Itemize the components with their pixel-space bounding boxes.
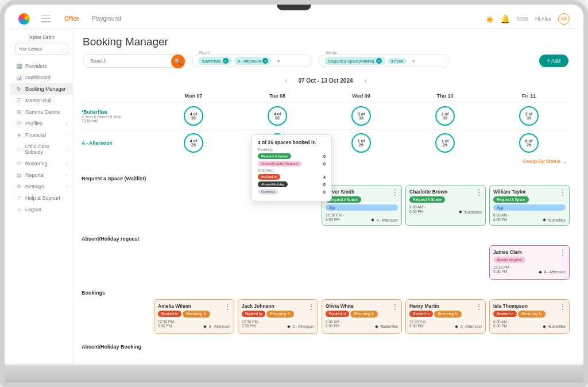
providers-icon: 🏢: [16, 63, 22, 69]
card-menu-icon[interactable]: ⋮: [475, 188, 482, 196]
room-chip-1[interactable]: *Butterflies×: [198, 57, 232, 65]
remove-chip-icon[interactable]: ×: [262, 58, 268, 64]
sidebar-item-booking-manager[interactable]: ↻Booking Manager: [10, 83, 73, 95]
sidebar-item-label: Dashboard: [25, 75, 51, 80]
sidebar-item-providers[interactable]: 🏢Providers: [10, 60, 73, 72]
next-week-button[interactable]: ›: [361, 76, 370, 85]
status-pill: Booked In: [493, 311, 517, 317]
booking-card[interactable]: James Clark ⋮ Absent request 12:30 PM -9…: [489, 245, 570, 280]
capacity-indicator[interactable]: 2 of33: [519, 106, 539, 126]
booking-room: A - Afternoon: [204, 324, 230, 328]
capacity-indicator[interactable]: 3 of33: [351, 106, 371, 126]
capacity-indicator[interactable]: 1 of25: [435, 133, 455, 153]
day-head-fri: Fri 11: [488, 93, 570, 99]
sidebar-item-financial[interactable]: ◈Financial›: [10, 129, 73, 141]
card-menu-icon[interactable]: ⋮: [308, 303, 315, 311]
avatar[interactable]: AB: [558, 13, 570, 25]
sidebar-item-comms-centre[interactable]: ⊞Comms Centre: [10, 106, 73, 118]
chevron-right-icon: ›: [65, 161, 67, 167]
booking-card[interactable]: Jack Johnson ⋮ Booked InRecurring ↻ 12:3…: [238, 299, 318, 334]
sidebar-brand: Xplor Orbit: [10, 34, 73, 40]
card-menu-icon[interactable]: ⋮: [559, 249, 566, 257]
capacity-indicator[interactable]: 4 of33: [268, 106, 287, 126]
room-name[interactable]: *Butterflies: [82, 109, 150, 115]
search-input[interactable]: [83, 54, 186, 68]
sidebar-item-master-roll[interactable]: ☰Master Roll: [10, 95, 73, 106]
topnav-office[interactable]: Office: [64, 16, 79, 22]
card-menu-icon[interactable]: ⋮: [475, 303, 482, 311]
popover-row: Absent/Holiday Request0: [258, 161, 326, 167]
status-badge: Booked In: [258, 174, 280, 180]
status-pill: Recurring ↻: [518, 311, 546, 318]
financial-icon: ◈: [16, 132, 22, 138]
main-content: Booking Manager 🔍 Room *Butterflies× A -…: [74, 29, 578, 366]
capacity-indicator[interactable]: 2 of33: [435, 106, 455, 126]
capacity-indicator[interactable]: 4 of25: [184, 133, 203, 153]
prev-week-button[interactable]: ‹: [281, 76, 291, 85]
status-filter[interactable]: Status Request a Space(Waitlist)× 4 more…: [318, 55, 450, 67]
status-badge: Absent/Holiday: [258, 181, 288, 187]
card-menu-icon[interactable]: ⋮: [392, 303, 399, 311]
bell-icon[interactable]: 🔔: [500, 14, 510, 24]
booking-time: 12:30 PM -9:30 PM: [409, 320, 428, 329]
sidebar-item-help-support[interactable]: ?Help & Support: [10, 192, 73, 204]
section-heading: Absent/Holiday request: [82, 226, 570, 245]
status-pill: Request A Space: [493, 196, 529, 203]
app-screen: Office Playground ◉ 🔔 6036 Hi Alex AB Xp…: [10, 9, 578, 366]
booking-time: 12:30 PM -9:30 PM: [242, 320, 260, 329]
cards-row: Amelia Wilson ⋮ Booked InRecurring ↻ 12:…: [82, 299, 570, 334]
child-name: Oliver Smith: [326, 189, 398, 195]
room-filter[interactable]: Room *Butterflies× A - Afternoon× ▾: [192, 55, 312, 67]
center-selector[interactable]: *Re School ⌄: [15, 44, 68, 55]
popover-row: Absent/Holiday0: [258, 181, 326, 187]
sidebar-item-reports[interactable]: ▤Reports›: [10, 169, 73, 181]
booking-card[interactable]: Oliver Smith ⋮ Request A SpaceApp 12:30 …: [322, 185, 402, 226]
room-age-range: 10 Month: [82, 119, 150, 123]
booking-card[interactable]: William Taylor ⋮ Request A SpaceApp 6:00…: [489, 185, 570, 226]
add-button[interactable]: + Add: [539, 55, 568, 67]
room-chip-2[interactable]: A - Afternoon×: [234, 57, 272, 65]
capacity-indicator[interactable]: 0 of25: [519, 133, 539, 153]
status-chip-more[interactable]: 4 more: [388, 58, 407, 64]
booking-card[interactable]: Charlotte Brown ⋮ Request A Space 6:00 A…: [405, 185, 486, 226]
menu-toggle-icon[interactable]: [41, 16, 51, 22]
card-menu-icon[interactable]: ⋮: [224, 303, 231, 311]
child-care-subsidy-icon: ⛬: [16, 146, 21, 152]
center-selector-value: *Re School: [19, 47, 42, 52]
sidebar-item-rostering[interactable]: ⏲Rostering›: [10, 158, 73, 169]
room-name[interactable]: A - Afternoon: [82, 140, 150, 146]
capacity-indicator[interactable]: 4 of33: [184, 106, 203, 126]
child-name: James Clark: [493, 249, 566, 255]
search-button[interactable]: 🔍: [171, 55, 185, 68]
booking-card[interactable]: Henry Martin ⋮ Booked InRecurring ↻ 12:3…: [405, 299, 486, 334]
capacity-popover: 4 of 25 spaces booked in Pending Request…: [252, 134, 332, 202]
sidebar-item-logout[interactable]: ⎋Logout: [10, 204, 73, 215]
child-name: Jack Johnson: [242, 303, 314, 309]
card-menu-icon[interactable]: ⋮: [559, 188, 566, 196]
settings-icon: ⚙: [16, 184, 22, 189]
card-menu-icon[interactable]: ⋮: [559, 303, 566, 311]
status-chip-1[interactable]: Request a Space(Waitlist)×: [324, 57, 385, 65]
capacity-indicator[interactable]: 1 of25: [351, 133, 371, 153]
child-name: Henry Martin: [409, 303, 482, 309]
sidebar-item-child-care-subsidy[interactable]: ⛬Child Care Subsidy›: [10, 141, 73, 158]
sidebar-item-dashboard[interactable]: 📊Dashboard: [10, 72, 73, 83]
section-heading: Absent/Holiday Booking: [82, 334, 570, 353]
master-roll-icon: ☰: [16, 98, 22, 103]
sidebar-item-profiles[interactable]: ⏱Profiles›: [10, 118, 73, 129]
booking-card[interactable]: Olivia White ⋮ Booked InRecurring ↻ 8:00…: [322, 299, 402, 334]
brand-logo-icon: [18, 13, 30, 25]
card-menu-icon[interactable]: ⋮: [392, 188, 399, 196]
booking-card[interactable]: Amelia Wilson ⋮ Booked InRecurring ↻ 12:…: [154, 299, 234, 334]
booking-card[interactable]: Isla Thompson ⋮ Booked InRecurring ↻ 6:0…: [489, 299, 570, 334]
preview-icon[interactable]: ◉: [486, 14, 493, 24]
popover-pending-label: Pending: [258, 148, 326, 152]
remove-chip-icon[interactable]: ×: [223, 58, 229, 64]
status-pill: App: [493, 204, 566, 211]
topnav-playground[interactable]: Playground: [92, 16, 121, 22]
sidebar-item-settings[interactable]: ⚙Settings›: [10, 181, 73, 192]
sidebar-item-label: Financial: [25, 132, 46, 138]
remove-chip-icon[interactable]: ×: [376, 58, 382, 64]
empty-slot: [154, 245, 234, 280]
status-count: 4: [323, 175, 326, 179]
